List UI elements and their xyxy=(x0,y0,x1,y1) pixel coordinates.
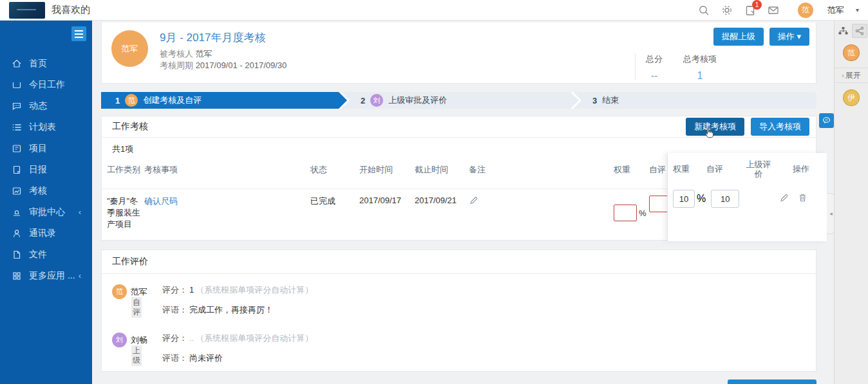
weight-input-filled[interactable] xyxy=(673,190,695,208)
weight-input[interactable] xyxy=(614,205,637,221)
sidebar-item-label: 日报 xyxy=(29,164,47,176)
gear-icon[interactable] xyxy=(721,4,733,17)
sidebar-item-label: 文件 xyxy=(29,249,47,261)
evaluator-role-tag: 自评 xyxy=(131,297,142,318)
sidebar-item-label: 通讯录 xyxy=(29,228,56,239)
step-number: 2 xyxy=(361,96,365,105)
trend-chart-icon xyxy=(11,185,22,196)
col-assess-item: 考核事项 xyxy=(144,164,310,176)
user-avatar[interactable]: 范 xyxy=(798,3,813,18)
handle-arrow-icon: ◂ xyxy=(829,210,833,217)
comment-value: 尚未评价 xyxy=(189,353,223,363)
actions-caret-icon: ▾ xyxy=(797,32,801,41)
bottom-action-button[interactable] xyxy=(728,379,816,384)
score-label: 评分： xyxy=(162,285,187,295)
cell-status: 已完成 xyxy=(310,196,359,230)
sidebar-item-label: 动态 xyxy=(29,100,47,112)
delete-row-icon[interactable] xyxy=(798,193,807,205)
sidebar-item-assessment[interactable]: 考核 xyxy=(0,180,92,201)
sidebar-item-plan[interactable]: 计划表 xyxy=(0,116,92,138)
score-note: （系统根据单项评分自动计算） xyxy=(196,285,313,295)
col-status: 状态 xyxy=(310,164,359,176)
right-rail: 范 ‹ 展开 伊 xyxy=(834,21,868,384)
work-assessment-title: 工作考核 xyxy=(112,121,148,133)
chevron-left-icon[interactable]: ‹ xyxy=(79,207,81,217)
evaluator-avatar: 范 xyxy=(112,284,127,299)
step-superior-review[interactable]: 2 刘 上级审批及评价 xyxy=(341,92,579,109)
apps-grid-icon xyxy=(11,270,22,281)
edit-row-icon[interactable] xyxy=(779,193,789,205)
chevron-left-icon[interactable]: ‹ xyxy=(79,271,81,280)
item-count: 共1项 xyxy=(102,138,816,155)
total-score-value: -- xyxy=(646,70,663,82)
col-weight: 权重 xyxy=(673,163,706,175)
assess-item-link[interactable]: 确认尺码 xyxy=(144,196,178,206)
step-label: 上级审批及评价 xyxy=(388,95,447,106)
total-items-value: 1 xyxy=(683,70,717,82)
search-icon[interactable] xyxy=(697,4,710,17)
sidebar-item-contacts[interactable]: 通讯录 xyxy=(0,223,92,244)
sidebar-item-home[interactable]: 首页 xyxy=(0,53,92,74)
col-weight: 权重 xyxy=(614,164,649,176)
sidebar-item-label: 审批中心 xyxy=(29,206,65,218)
participant-avatar[interactable]: 伊 xyxy=(843,89,860,106)
total-items-label: 总考核项 xyxy=(683,53,717,65)
share-tab[interactable] xyxy=(852,24,867,38)
work-evaluation-card: 工作评价 范 范军 自评 评分：1（系统根据单项评分自动计算） 评语：完成工作，… xyxy=(101,250,816,372)
import-assessment-item-button[interactable]: 导入考核项 xyxy=(751,118,809,136)
score-value: .. xyxy=(189,333,194,343)
comment-value: 完成工作，再接再厉！ xyxy=(189,305,273,315)
sidebar-item-label: 计划表 xyxy=(29,122,56,133)
remind-superior-button[interactable]: 提醒上级 xyxy=(713,28,764,46)
col-work-category: 工作类别 xyxy=(107,164,144,176)
workspace-title: 我喜欢的 xyxy=(52,4,90,16)
person-icon xyxy=(11,228,22,239)
mail-icon[interactable] xyxy=(767,4,780,17)
sidebar-item-today-work[interactable]: 今日工作 xyxy=(0,74,92,95)
period-value: 2017/09/01 - 2017/09/30 xyxy=(196,60,287,70)
step-avatar: 刘 xyxy=(370,94,383,107)
summary-stats: 总分 -- 总考核项 1 xyxy=(635,53,727,80)
sidebar-item-more-apps[interactable]: 更多应用 ... ‹ xyxy=(0,265,92,286)
col-superior-score: 上级评价 xyxy=(742,160,775,179)
self-score-input-filled[interactable] xyxy=(711,190,739,208)
chat-bubble-button[interactable] xyxy=(819,113,834,128)
expand-panel-button[interactable]: ‹ 展开 xyxy=(835,68,868,83)
evaluator-name: 范军 xyxy=(131,286,147,298)
step-create-self-assess[interactable]: 1 范 创建考核及自评 xyxy=(101,92,347,109)
score-value: 1 xyxy=(189,285,194,295)
user-name[interactable]: 范军 xyxy=(827,5,844,16)
assessee-avatar: 范军 xyxy=(111,30,148,67)
sidebar: 首页 今日工作 动态 计划表 项目 日报 考核 审批中心 ‹ xyxy=(0,21,92,384)
sidebar-item-daily-report[interactable]: 日报 xyxy=(0,159,92,180)
sidebar-item-files[interactable]: 文件 xyxy=(0,244,92,265)
participant-avatar[interactable]: 范 xyxy=(843,44,860,61)
sidebar-item-projects[interactable]: 项目 xyxy=(0,138,92,159)
topbar: 我喜欢的 1 范 范军 ▾ xyxy=(0,0,868,21)
actions-dropdown-button[interactable]: 操作 ▾ xyxy=(769,28,809,46)
sidebar-item-feed[interactable]: 动态 xyxy=(0,95,92,116)
new-assessment-item-button[interactable]: 新建考核项 xyxy=(686,118,744,136)
org-chart-tab[interactable] xyxy=(835,24,851,38)
notification-badge: 1 xyxy=(752,0,762,10)
user-menu-caret-icon[interactable]: ▾ xyxy=(856,6,859,14)
col-self-score: 自评 xyxy=(706,163,735,175)
work-assessment-card: 工作考核 新建考核项 导入考核项 共1项 工作类别 考核事项 状态 开始时间 截… xyxy=(101,116,816,241)
evaluator-role-tag: 上级 xyxy=(131,345,142,366)
sidebar-toggle-button[interactable] xyxy=(71,26,86,41)
tray-icon xyxy=(11,79,22,90)
total-score-label: 总分 xyxy=(646,53,663,65)
app-logo[interactable] xyxy=(9,2,45,19)
main-content: 范军 9月 - 2017年月度考核 被考核人 范军 考核周期 2017/09/0… xyxy=(92,21,834,384)
sidebar-item-approval-center[interactable]: 审批中心 ‹ xyxy=(0,201,92,223)
assessment-title: 9月 - 2017年月度考核 xyxy=(160,30,265,45)
assessment-header-card: 范军 9月 - 2017年月度考核 被考核人 范军 考核周期 2017/09/0… xyxy=(101,23,816,84)
sidebar-item-label: 首页 xyxy=(29,58,47,69)
note-edit-icon[interactable] xyxy=(469,197,478,207)
work-evaluation-title: 工作评价 xyxy=(112,256,148,268)
stamp-icon xyxy=(11,206,22,217)
sidebar-item-label: 项目 xyxy=(29,143,47,154)
step-finish[interactable]: 3 结束 xyxy=(573,92,816,109)
tasks-icon[interactable]: 1 xyxy=(744,4,757,17)
col-operations: 操作 xyxy=(793,163,809,175)
